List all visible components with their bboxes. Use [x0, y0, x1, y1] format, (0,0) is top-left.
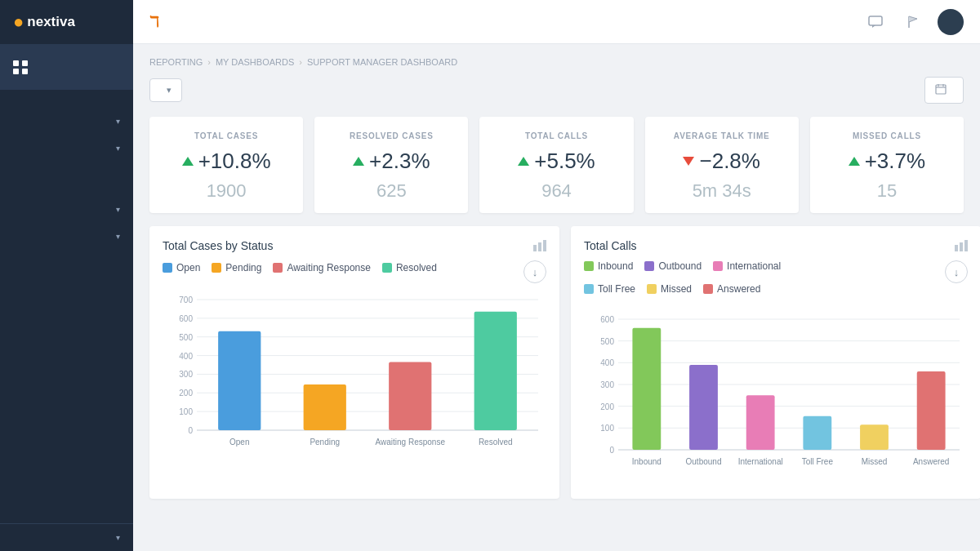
date-range-picker[interactable]: [924, 77, 964, 104]
kpi-value: 964: [492, 180, 620, 202]
svg-text:Missed: Missed: [862, 457, 888, 466]
legend-item: Awaiting Response: [273, 262, 371, 273]
legend-item: Toll Free: [584, 283, 635, 295]
main-content: ℸ REPORTING › MY DASHBOARDS › SUPPORT MA…: [133, 0, 980, 551]
sidebar-item-service-crm[interactable]: ▾: [0, 196, 133, 223]
breadcrumb-current: SUPPORT MANAGER DASHBOARD: [307, 57, 457, 67]
bar-chart-icon: [533, 240, 546, 251]
bar-5: [917, 371, 946, 450]
kpi-card-2: TOTAL CALLS +5.5% 964: [479, 117, 633, 213]
svg-text:Outbound: Outbound: [686, 457, 722, 466]
chart-row: Total Cases by Status OpenPendingAwaitin…: [149, 226, 964, 499]
svg-rect-7: [538, 242, 541, 251]
legend-dot: [703, 284, 713, 294]
kpi-card-4: MISSED CALLS +3.7% 15: [810, 117, 964, 213]
dashboard-select[interactable]: ▾: [149, 78, 182, 102]
kpi-pct: +10.8%: [198, 149, 271, 174]
bar-chart-right: 0100200300400500600InboundOutboundIntern…: [584, 311, 968, 486]
chart-title-right: Total Calls: [584, 239, 637, 252]
kpi-label: MISSED CALLS: [823, 131, 951, 140]
legend-item: Missed: [647, 283, 692, 295]
kpi-pct: +2.3%: [369, 149, 430, 174]
bar-chart-left: 0100200300400500600700OpenPendingAwaitin…: [163, 291, 546, 466]
legend-dot: [644, 261, 654, 271]
legend-dot: [584, 261, 594, 271]
select-chevron-icon: ▾: [167, 85, 172, 96]
kpi-card-1: RESOLVED CASES +2.3% 625: [314, 117, 468, 213]
legend-item: Answered: [703, 283, 760, 295]
download-button-right[interactable]: ↓: [945, 260, 968, 283]
sidebar-item-settings[interactable]: ▾: [0, 524, 133, 551]
chevron-icon: ▾: [116, 533, 120, 542]
bar-0: [632, 328, 661, 450]
content-area: REPORTING › MY DASHBOARDS › SUPPORT MANA…: [133, 44, 980, 551]
svg-text:700: 700: [179, 295, 193, 304]
sidebar-item-keyword-analysis[interactable]: [0, 162, 133, 180]
bar-1: [689, 365, 718, 450]
sidebar-item-surveys[interactable]: [0, 268, 133, 286]
download-button-left[interactable]: ↓: [523, 260, 546, 283]
kpi-pct: +5.5%: [534, 149, 595, 174]
logo-text: nextiva: [27, 14, 75, 30]
bar-chart-svg: 0100200300400500600InboundOutboundIntern…: [584, 311, 968, 482]
svg-text:Answered: Answered: [913, 457, 949, 466]
legend-item: Resolved: [382, 262, 437, 273]
kpi-label: AVERAGE TALK TIME: [658, 131, 786, 140]
svg-text:500: 500: [179, 333, 193, 342]
avatar[interactable]: [938, 9, 964, 35]
svg-text:100: 100: [600, 424, 614, 433]
svg-rect-31: [960, 242, 963, 251]
svg-text:200: 200: [600, 402, 614, 411]
bar-2: [389, 362, 431, 430]
svg-text:300: 300: [179, 370, 193, 379]
kpi-card-3: AVERAGE TALK TIME −2.8% 5m 34s: [645, 117, 799, 213]
sidebar-item-marketing[interactable]: [0, 286, 133, 304]
legend-item: Open: [163, 262, 200, 273]
svg-rect-2: [936, 85, 946, 94]
arrow-up-icon: [849, 157, 860, 166]
chevron-icon: ▾: [116, 205, 120, 214]
svg-text:400: 400: [600, 358, 614, 367]
arrow-up-icon: [353, 157, 364, 166]
sidebar-item-user-activity[interactable]: ▾: [0, 108, 133, 135]
svg-text:Awaiting Response: Awaiting Response: [376, 438, 446, 447]
legend-dot: [584, 284, 594, 294]
flag-icon[interactable]: [900, 9, 926, 35]
svg-text:Toll Free: Toll Free: [802, 457, 834, 466]
legend-dot: [273, 263, 283, 273]
bar-2: [746, 395, 775, 450]
sidebar: ● nextiva ▾ ▾ ▾ ▾: [0, 0, 133, 551]
kpi-label: RESOLVED CASES: [327, 131, 455, 140]
chart-header-right: Total Calls: [584, 239, 968, 252]
svg-text:600: 600: [600, 315, 614, 324]
chat-icon[interactable]: [862, 9, 889, 35]
legend-item: International: [713, 260, 781, 272]
chart-header-left: Total Cases by Status: [163, 239, 546, 252]
chevron-icon: ▾: [116, 232, 120, 241]
breadcrumb: REPORTING › MY DASHBOARDS › SUPPORT MANA…: [149, 57, 964, 67]
kpi-value: 1900: [163, 180, 290, 202]
svg-text:500: 500: [600, 337, 614, 346]
chart-total-cases: Total Cases by Status OpenPendingAwaitin…: [149, 226, 559, 499]
analytics-icon: ℸ: [149, 13, 159, 31]
chart-total-calls: Total Calls InboundOutboundInternational…: [571, 226, 980, 499]
product-reporting-label: [0, 180, 133, 196]
svg-rect-8: [543, 240, 546, 251]
breadcrumb-reporting: REPORTING: [149, 57, 203, 67]
kpi-value: 5m 34s: [658, 180, 786, 202]
apps-bar[interactable]: [0, 44, 133, 90]
legend-dot: [647, 284, 657, 294]
svg-text:Open: Open: [229, 438, 249, 447]
sidebar-item-reporting[interactable]: ▾: [0, 135, 133, 162]
kpi-value: 15: [823, 180, 951, 202]
sidebar-item-my-dashboards[interactable]: [0, 90, 133, 108]
legend-item: Inbound: [584, 260, 633, 272]
legend-dot: [212, 263, 221, 273]
sidebar-item-voice[interactable]: ▾: [0, 223, 133, 250]
svg-text:200: 200: [179, 389, 193, 398]
kpi-pct: +3.7%: [865, 149, 925, 174]
kpi-label: TOTAL CALLS: [492, 131, 620, 140]
sidebar-item-chat[interactable]: [0, 250, 133, 268]
legend-item: Pending: [212, 262, 261, 273]
svg-text:Resolved: Resolved: [479, 438, 513, 447]
